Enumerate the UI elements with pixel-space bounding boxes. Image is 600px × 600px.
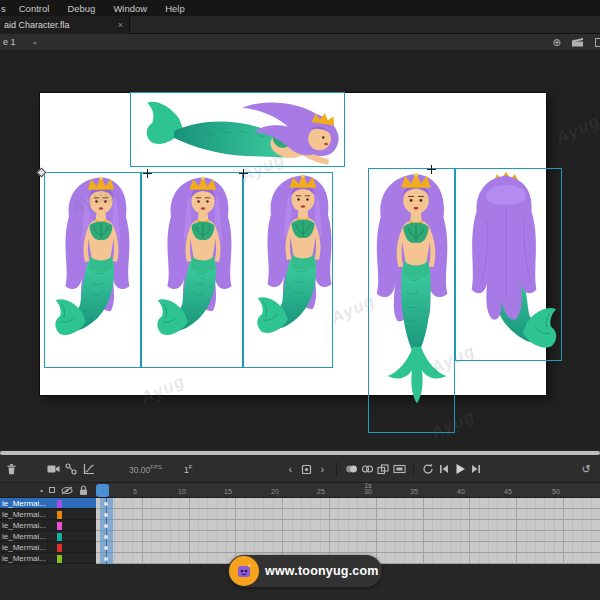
ruler-tick: 30	[364, 488, 372, 495]
layer-name: le_Mermai...	[2, 543, 46, 552]
playhead[interactable]	[96, 484, 109, 497]
keyframe-dot[interactable]	[104, 513, 108, 517]
keyframe-dot[interactable]	[104, 524, 108, 528]
toonyug-logo-icon	[229, 556, 259, 586]
layer-name: le_Mermai...	[2, 554, 46, 563]
frame-range-icon[interactable]	[391, 461, 407, 477]
keyframe-dot[interactable]	[104, 502, 108, 506]
edit-scene-icon[interactable]	[572, 37, 584, 47]
layer-column-header: •	[0, 483, 96, 498]
layer-name: le_Mermai...	[2, 510, 46, 519]
layer-row-3[interactable]: le_Mermai...	[0, 520, 96, 531]
close-icon[interactable]: ×	[116, 20, 125, 30]
layer-color-swatch[interactable]	[57, 555, 62, 563]
ruler-tick: 20	[271, 488, 279, 495]
center-frame-icon[interactable]: ⊕	[553, 37, 561, 48]
layer-color-swatch[interactable]	[57, 500, 62, 508]
layer-row-2[interactable]: le_Mermai...	[0, 509, 96, 520]
layer-color-swatch[interactable]	[57, 533, 62, 541]
frames-row[interactable]	[96, 498, 600, 509]
mermaid-pose-front-3[interactable]	[254, 170, 352, 357]
frames-row[interactable]	[96, 520, 600, 531]
transform-point-crosshair	[239, 169, 248, 178]
add-camera-icon[interactable]	[45, 461, 61, 477]
ruler-tick: 40	[457, 488, 465, 495]
keyframe-dot[interactable]	[104, 535, 108, 539]
layer-row-5[interactable]: le_Mermai...	[0, 542, 96, 553]
step-back-icon[interactable]	[436, 461, 452, 477]
layer-color-swatch[interactable]	[57, 522, 62, 530]
ruler-tick: 50	[552, 488, 560, 495]
frames-row[interactable]	[96, 509, 600, 520]
ruler-tick: 15	[224, 488, 232, 495]
transform-point-crosshair	[143, 169, 152, 178]
keyframe-dot[interactable]	[104, 557, 108, 561]
loop-icon[interactable]	[420, 461, 436, 477]
menu-bar: s Control Debug Window Help	[0, 0, 600, 16]
menu-item-help[interactable]: Help	[156, 3, 194, 14]
frames-row[interactable]	[96, 531, 600, 542]
scene-button[interactable]: e 1	[0, 37, 16, 47]
step-forward-icon[interactable]	[468, 461, 484, 477]
frames-row[interactable]	[96, 542, 600, 553]
delete-layer-icon[interactable]	[3, 461, 19, 477]
current-frame-display[interactable]: 1F	[184, 464, 192, 475]
onion-skin-outlines-icon[interactable]	[359, 461, 375, 477]
edit-bar: e 1 ⌄ ⊕	[0, 34, 600, 50]
layer-name: le_Mermai...	[2, 532, 46, 541]
mermaid-pose-back-view[interactable]	[452, 168, 560, 379]
lock-layers-icon[interactable]	[79, 485, 88, 496]
animate-application-window: s Control Debug Window Help aid Characte…	[0, 0, 600, 600]
highlight-layer-icon[interactable]: •	[40, 486, 43, 495]
layer-row-6[interactable]: le_Mermai...	[0, 553, 96, 564]
canvas-pasteboard[interactable]: Ayug Ayug Ayug Ayug Ayug Ayug Ayug	[0, 50, 600, 450]
layer-name: le_Mermai...	[2, 521, 46, 530]
ruler-tick: 35	[410, 488, 418, 495]
layer-row-1[interactable]: le_Mermai...	[0, 498, 96, 509]
mermaid-pose-front-1[interactable]	[52, 172, 150, 359]
ruler-tick: 45	[504, 488, 512, 495]
transform-point-crosshair	[427, 165, 436, 174]
menu-item-window[interactable]: Window	[104, 3, 156, 14]
ruler-tick: 25	[317, 488, 325, 495]
playhead-line[interactable]	[100, 498, 113, 564]
timeline-toolbar: 30.00FPS 1F ‹ ›	[0, 456, 600, 483]
layer-color-swatch[interactable]	[57, 544, 62, 552]
scrollbar-thumb[interactable]	[0, 451, 600, 455]
edit-symbols-icon[interactable]	[595, 38, 600, 47]
edit-multiple-frames-icon[interactable]	[375, 461, 391, 477]
layer-parenting-icon[interactable]	[63, 461, 79, 477]
keyframe-dot[interactable]	[104, 546, 108, 550]
menu-item-fragment[interactable]: s	[0, 3, 10, 14]
ruler-tick: 5	[133, 488, 137, 495]
show-hide-layers-icon[interactable]	[61, 486, 73, 495]
chevron-down-icon[interactable]: ⌄	[32, 39, 39, 45]
document-tab-title: aid Character.fla	[4, 20, 70, 30]
reset-timeline-zoom-icon[interactable]: ↺	[578, 461, 594, 477]
next-keyframe-icon[interactable]: ›	[314, 461, 330, 477]
layer-color-swatch[interactable]	[57, 511, 62, 519]
previous-keyframe-icon[interactable]: ‹	[282, 461, 298, 477]
menu-item-control[interactable]: Control	[10, 3, 59, 14]
ruler-tick: 10	[178, 488, 186, 495]
layer-row-4[interactable]: le_Mermai...	[0, 531, 96, 542]
frame-rate-display[interactable]: 30.00FPS	[129, 464, 162, 475]
play-icon[interactable]	[452, 461, 468, 477]
layers-panel: le_Mermai... le_Mermai... le_Mermai... l…	[0, 498, 96, 564]
mermaid-pose-front-2[interactable]	[154, 172, 252, 359]
menu-item-debug[interactable]: Debug	[58, 3, 104, 14]
toonyug-watermark: www.toonyug.com	[228, 555, 382, 587]
layer-name: le_Mermai...	[2, 499, 46, 508]
outline-view-icon[interactable]	[49, 487, 55, 493]
timeline-ruler[interactable]: 1s 5 10 15 20 25 30 35 40 45 50	[96, 483, 600, 498]
graph-editor-icon[interactable]	[81, 461, 97, 477]
onion-skin-icon[interactable]	[343, 461, 359, 477]
watermark-url: www.toonyug.com	[265, 564, 379, 578]
insert-keyframe-icon[interactable]	[298, 461, 314, 477]
document-tab-bar: aid Character.fla ×	[0, 16, 600, 34]
ghost-watermark: Ayug	[553, 111, 600, 149]
document-tab[interactable]: aid Character.fla ×	[0, 16, 130, 34]
